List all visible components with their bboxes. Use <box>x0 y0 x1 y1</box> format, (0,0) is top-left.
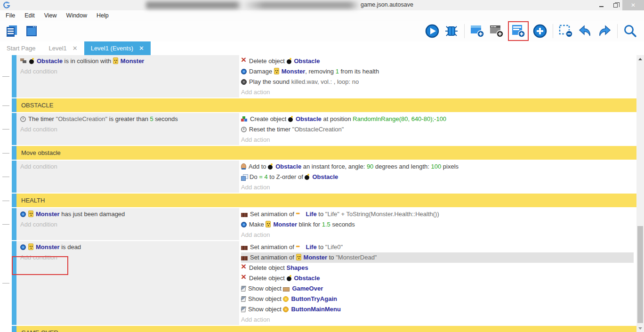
actions-cell[interactable]: Set animation of Life to "Life" + ToStri… <box>240 208 636 240</box>
debug-icon[interactable] <box>443 23 459 39</box>
menu-file[interactable]: File <box>1 10 20 21</box>
action-row[interactable]: Do = 4 to Z-order of Obstacle <box>241 172 636 182</box>
action-row[interactable]: Delete object Obstacle <box>241 56 636 66</box>
condition-row[interactable]: The timer "ObstacleCreation" is greater … <box>20 114 239 124</box>
group-header-game-over[interactable]: GAME OVER <box>16 326 636 332</box>
close-button[interactable]: ✕ <box>622 0 644 10</box>
bomb-icon <box>287 58 292 64</box>
scroll-down-icon <box>638 327 642 330</box>
instruction-text: Reset the timer <box>249 126 292 133</box>
menu-view[interactable]: View <box>40 10 62 21</box>
conditions-cell[interactable]: The timer "ObstacleCreation" is greater … <box>16 113 239 145</box>
add-action-row[interactable]: Add action <box>241 182 636 193</box>
add-action-row[interactable]: Add action <box>241 135 636 145</box>
menu-edit[interactable]: Edit <box>20 10 40 21</box>
actions-cell[interactable]: Add to Obstacle an instant force, angle:… <box>240 161 636 193</box>
action-row[interactable]: Set animation of Monster to "MonsterDead… <box>241 252 634 263</box>
add-condition-row[interactable]: Add condition <box>20 124 239 135</box>
instruction-text: from its health <box>339 68 379 75</box>
action-row[interactable]: Show object GameOver <box>241 283 636 294</box>
instruction-text: 1 <box>336 68 339 75</box>
action-row[interactable]: Reset the timer "ObstacleCreation" <box>241 124 636 135</box>
event-selector-bar[interactable] <box>12 55 16 97</box>
conditions-cell[interactable]: Monster is deadAdd condition <box>16 241 239 325</box>
event-selector-bar[interactable] <box>12 161 16 193</box>
actions-cell[interactable]: Create object Obstacle at position Rando… <box>240 113 636 145</box>
group-header-move-obstacle[interactable]: Move obstacle <box>16 146 636 160</box>
group-header-obstacle[interactable]: OBSTACLE <box>16 98 636 112</box>
scrollbar-thumb[interactable] <box>637 226 643 323</box>
actions-cell[interactable]: Set animation of Life to "Life0"Set anim… <box>240 241 636 325</box>
action-row[interactable]: Delete object Shapes <box>241 263 636 273</box>
action-row[interactable]: Add to Obstacle an instant force, angle:… <box>241 162 636 172</box>
play-icon[interactable] <box>424 23 440 39</box>
scroll-down-button[interactable] <box>636 324 644 332</box>
add-action-row[interactable]: Add action <box>241 315 636 325</box>
tab-close-icon[interactable]: ✕ <box>139 45 144 52</box>
tab-level1[interactable]: Level1 ✕ <box>42 41 84 55</box>
instruction-text: "ObstacleCreation" <box>56 115 108 122</box>
menu-help[interactable]: Help <box>92 10 113 21</box>
action-row[interactable]: Create object Obstacle at position Rando… <box>241 114 636 124</box>
event-selector-bar[interactable] <box>12 113 16 145</box>
event-selector-bar[interactable] <box>12 241 16 325</box>
maximize-button[interactable] <box>608 0 622 10</box>
search-icon[interactable] <box>622 23 638 39</box>
instruction-text: Monster <box>304 254 328 261</box>
close-icon: ✕ <box>631 2 636 8</box>
instruction-text: = 4 <box>259 173 267 180</box>
action-row[interactable]: Play the sound killed.wav, vol.: , loop:… <box>241 77 636 87</box>
add-action-row[interactable]: Add action <box>241 230 636 240</box>
undo-icon[interactable] <box>577 23 593 39</box>
conditions-cell[interactable]: Add condition <box>16 161 239 193</box>
add-condition-row[interactable]: Add condition <box>20 219 239 230</box>
instruction-text: Obstacle <box>275 163 301 170</box>
add-events-icon[interactable] <box>510 23 526 39</box>
condition-row[interactable]: Monster has just been damaged <box>20 209 239 219</box>
add-condition-row[interactable]: Add condition <box>20 162 239 172</box>
actions-cell[interactable]: Delete object ObstacleDamage Monster, re… <box>240 55 636 97</box>
action-row[interactable]: Show object ButtonTryAgain <box>241 294 636 304</box>
deselect-icon[interactable] <box>558 23 574 39</box>
action-row[interactable]: Damage Monster, removing 1 from its heal… <box>241 66 636 77</box>
redo-icon[interactable] <box>596 23 612 39</box>
menu-window[interactable]: Window <box>62 10 92 21</box>
action-row[interactable]: Delete object Obstacle <box>241 273 636 283</box>
event-selector-bar[interactable] <box>12 98 16 112</box>
event-selector-bar[interactable] <box>12 326 16 332</box>
project-manager-icon[interactable] <box>4 23 20 39</box>
delete-icon <box>241 265 247 271</box>
action-row[interactable]: Set animation of Life to "Life" + ToStri… <box>241 209 636 219</box>
add-scene-icon[interactable] <box>469 23 485 39</box>
scroll-up-button[interactable] <box>636 55 644 63</box>
tab-start-page[interactable]: Start Page <box>0 41 42 55</box>
condition-row[interactable]: Obstacle is in collision with Monster <box>20 56 239 66</box>
timer-icon <box>20 116 26 122</box>
start-page-icon[interactable] <box>24 23 40 39</box>
event-gutter-tick <box>2 177 9 177</box>
conditions-cell[interactable]: Obstacle is in collision with MonsterAdd… <box>16 55 239 97</box>
event-selector-bar[interactable] <box>12 208 16 240</box>
add-new-icon[interactable] <box>532 23 548 39</box>
collision-icon <box>20 58 27 64</box>
tab-close-icon[interactable]: ✕ <box>72 45 78 52</box>
add-external-events-icon[interactable] <box>489 23 505 39</box>
add-condition-row[interactable]: Add condition <box>20 66 239 77</box>
add-condition-row[interactable]: Add condition <box>20 252 239 263</box>
action-row[interactable]: Set animation of Life to "Life0" <box>241 242 636 252</box>
event-gutter-tick <box>2 76 9 77</box>
instruction-text: Play the sound <box>249 78 291 85</box>
instruction-text: Obstacle <box>294 57 320 65</box>
condition-row[interactable]: Monster is dead <box>20 242 239 252</box>
group-header-health[interactable]: HEALTH <box>16 194 636 207</box>
vertical-scrollbar[interactable] <box>636 55 644 332</box>
tab-level1-events[interactable]: Level1 (Events) ✕ <box>84 41 151 55</box>
conditions-cell[interactable]: Monster has just been damagedAdd conditi… <box>16 208 239 240</box>
add-action-row[interactable]: Add action <box>241 87 636 97</box>
instruction-text: Damage <box>249 68 274 75</box>
minimize-button[interactable] <box>594 0 608 10</box>
action-row[interactable]: Make Monster blink for 1.5 seconds <box>241 219 636 230</box>
event-selector-bar[interactable] <box>12 146 16 160</box>
event-selector-bar[interactable] <box>12 194 16 207</box>
action-row[interactable]: Show object ButtonMainMenu <box>241 304 636 315</box>
